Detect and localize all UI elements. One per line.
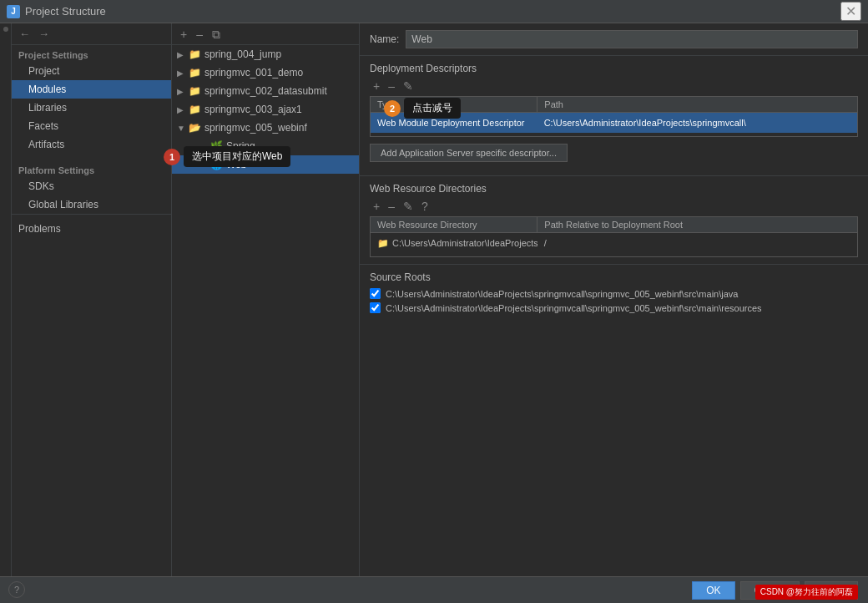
dd-toolbar: + – ✎ (370, 79, 858, 93)
module-tree-panel: + – ⧉ ▶ 📁 spring_004_jump ▶ 📁 springmvc_… (172, 23, 360, 603)
tree-copy-button[interactable]: ⧉ (209, 28, 224, 41)
tree-item-springmvc005[interactable]: ▼ 📂 springmvc_005_webinf (172, 119, 359, 137)
folder-icon: 📁 (189, 104, 201, 115)
name-input[interactable] (406, 30, 858, 48)
wr-add-button[interactable]: + (370, 200, 383, 213)
tree-add-button[interactable]: + (177, 28, 190, 41)
sidebar-item-facets[interactable]: Facets (12, 117, 171, 135)
source-roots-title: Source Roots (370, 271, 858, 283)
add-descriptor-button[interactable]: Add Application Server specific descript… (370, 144, 568, 162)
dd-edit-button[interactable]: ✎ (400, 79, 416, 93)
annotation-1: 1 选中项目对应的Web (164, 146, 290, 167)
nav-panel: ← → Project Settings Project Modules Lib… (12, 23, 172, 603)
wr-edit-button[interactable]: ✎ (400, 200, 416, 213)
window-title: Project Structure (25, 5, 106, 18)
path-cell: C:\Users\Administrator\IdeaProjects\spri… (537, 113, 857, 133)
bottom-bar: OK Cancel Apply (0, 576, 868, 603)
wr-directory-path: C:\Users\Administrator\IdeaProjects\spri… (392, 238, 537, 248)
app-icon: J (7, 5, 20, 18)
web-resource-section: Web Resource Directories + – ✎ ? Web Res… (360, 176, 868, 265)
tree-item-spring004[interactable]: ▶ 📁 spring_004_jump (172, 45, 359, 63)
title-bar: J Project Structure ✕ (0, 0, 868, 23)
badge-1: 1 (164, 149, 180, 165)
folder-icon: 📁 (189, 85, 201, 97)
tree-item-label: springmvc_003_ajax1 (204, 104, 302, 115)
arrow-icon: ▶ (177, 50, 189, 59)
left-strip (0, 23, 12, 603)
name-label: Name: (370, 33, 399, 45)
csdn-badge: CSDN @努力往前的阿磊 (755, 585, 858, 600)
wr-toolbar: + – ✎ ? (370, 200, 858, 213)
project-label: Project (28, 65, 59, 77)
tree-item-springmvc003[interactable]: ▶ 📁 springmvc_003_ajax1 (172, 100, 359, 119)
sidebar-item-sdks[interactable]: SDKs (12, 177, 171, 195)
wr-directory-cell: 📁 C:\Users\Administrator\IdeaProjects\sp… (371, 233, 537, 253)
source-root-checkbox-0[interactable] (370, 288, 381, 299)
sidebar-item-artifacts[interactable]: Artifacts (12, 135, 171, 154)
tree-remove-button[interactable]: – (193, 28, 206, 41)
tooltip-1: 选中项目对应的Web (184, 146, 290, 167)
path-header: Path (537, 97, 857, 112)
wr-help-button[interactable]: ? (418, 200, 431, 213)
wr-table-header: Web Resource Directory Path Relative to … (370, 216, 858, 232)
tooltip-2: 点击减号 (404, 98, 461, 119)
deployment-descriptors-title: Deployment Descriptors (370, 63, 858, 74)
strip-dot (3, 27, 8, 32)
annotation-2: 2 点击减号 (384, 98, 461, 119)
source-root-checkbox-1[interactable] (370, 302, 381, 313)
arrow-icon: ▶ (177, 105, 189, 114)
forward-button[interactable]: → (36, 28, 52, 39)
wr-directory-header: Web Resource Directory (371, 217, 537, 232)
tree-item-label: spring_004_jump (204, 48, 281, 60)
folder-icon: 📁 (377, 238, 389, 249)
name-row: Name: (360, 23, 868, 56)
badge-2: 2 (384, 100, 401, 117)
facets-label: Facets (28, 120, 58, 132)
dd-remove-button[interactable]: – (385, 79, 398, 93)
arrow-icon: ▶ (177, 68, 189, 78)
problems-label: Problems (18, 223, 61, 235)
wr-path-header: Path Relative to Deployment Root (537, 217, 857, 232)
artifacts-label: Artifacts (28, 139, 64, 150)
source-root-path-1: C:\Users\Administrator\IdeaProjects\spri… (386, 303, 762, 313)
source-root-row-1: C:\Users\Administrator\IdeaProjects\spri… (370, 302, 858, 313)
ok-button[interactable]: OK (692, 581, 734, 600)
folder-icon: 📁 (189, 48, 201, 60)
source-root-path-0: C:\Users\Administrator\IdeaProjects\spri… (386, 289, 738, 299)
tree-item-label: springmvc_001_demo (204, 67, 303, 79)
close-button[interactable]: ✕ (840, 2, 861, 21)
tree-area (12, 243, 171, 603)
tree-item-springmvc002[interactable]: ▶ 📁 springmvc_002_datasubmit (172, 82, 359, 100)
libraries-label: Libraries (28, 102, 67, 114)
sidebar-item-project[interactable]: Project (12, 62, 171, 80)
sidebar-item-libraries[interactable]: Libraries (12, 99, 171, 117)
tree-toolbar: + – ⧉ (172, 23, 359, 45)
dd-add-button[interactable]: + (370, 79, 383, 93)
folder-icon: 📁 (189, 67, 201, 79)
global-libraries-label: Global Libraries (28, 199, 98, 210)
platform-settings-header: Platform Settings (12, 160, 171, 177)
tree-item-label: springmvc_005_webinf (204, 122, 307, 134)
wr-remove-button[interactable]: – (385, 200, 398, 213)
folder-open-icon: 📂 (189, 122, 201, 134)
sidebar-item-modules[interactable]: Modules (12, 80, 171, 99)
tree-item-springmvc001[interactable]: ▶ 📁 springmvc_001_demo (172, 63, 359, 82)
project-settings-header: Project Settings (12, 45, 171, 62)
arrow-icon: ▶ (177, 87, 189, 96)
sdks-label: SDKs (28, 180, 54, 192)
tree-item-label: springmvc_002_datasubmit (204, 85, 327, 97)
sidebar-item-problems[interactable]: Problems (18, 220, 164, 238)
web-resource-title: Web Resource Directories (370, 183, 858, 195)
wr-relative-cell: / (537, 233, 857, 253)
arrow-icon: ▼ (177, 124, 189, 133)
nav-problems-section: Problems (12, 214, 171, 243)
wr-table-body: 📁 C:\Users\Administrator\IdeaProjects\sp… (370, 232, 858, 257)
sidebar-item-global-libraries[interactable]: Global Libraries (12, 195, 171, 214)
source-roots-section: Source Roots C:\Users\Administrator\Idea… (360, 265, 868, 323)
source-root-row-0: C:\Users\Administrator\IdeaProjects\spri… (370, 288, 858, 299)
back-button[interactable]: ← (17, 28, 33, 39)
nav-toolbar: ← → (12, 23, 171, 45)
modules-label: Modules (28, 84, 66, 95)
help-button[interactable]: ? (8, 581, 25, 598)
wr-table-row[interactable]: 📁 C:\Users\Administrator\IdeaProjects\sp… (371, 233, 857, 253)
